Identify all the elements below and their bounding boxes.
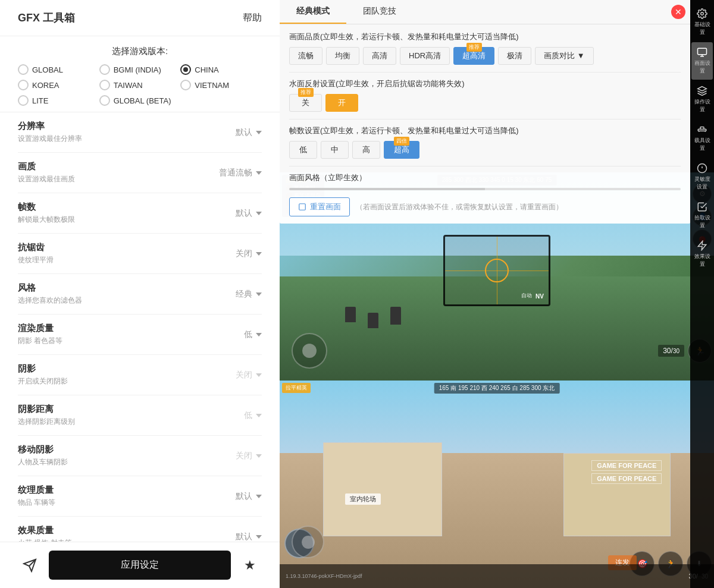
chevron-down-icon	[256, 333, 262, 337]
joystick-bottom[interactable]	[292, 526, 324, 558]
quality-label: 画面品质(立即生效，若运行卡顿、发热量和耗电量过大可适当降低)	[289, 32, 681, 42]
joystick[interactable]	[292, 333, 327, 369]
screen-settings-icon	[697, 47, 707, 58]
setting-quality-control[interactable]: 普通流畅	[219, 168, 262, 178]
apply-button[interactable]: 应用设定	[49, 551, 231, 580]
radio-lite[interactable]	[18, 95, 29, 106]
setting-shadow-dist: 阴影距离 选择阴影距离级别 低	[18, 395, 262, 436]
setting-shadow-control[interactable]: 关闭	[236, 370, 262, 381]
settings-overlay: ✕ 经典模式 团队竞技 画面品质(立即生效，若运行卡顿、发热量和耗电量过大可适当…	[280, 0, 690, 224]
basic-settings-icon	[697, 8, 707, 19]
setting-texture-control[interactable]: 默认	[236, 491, 262, 502]
ammo-total: 30	[673, 348, 679, 354]
quality-btn-smooth[interactable]: 流畅	[289, 47, 322, 65]
joystick-bottom-inner	[302, 536, 315, 549]
weapon-settings-icon	[697, 124, 707, 135]
setting-fps: 帧数 解锁最大帧数极限 默认	[18, 193, 262, 234]
sidebar-item-operation[interactable]: 操作设置	[691, 81, 713, 118]
radio-korea[interactable]	[18, 80, 29, 90]
left-panel: GFX 工具箱 帮助 选择游戏版本: GLOBAL BGMI (INDIA) C…	[0, 0, 280, 588]
setting-effect-quality: 效果质量 火花 爆炸 射击等 默认	[18, 517, 262, 542]
setting-antialiasing-control[interactable]: 关闭	[236, 249, 262, 259]
setting-moving-shadow-control[interactable]: 关闭	[236, 451, 262, 461]
setting-resolution-control[interactable]: 默认	[236, 127, 262, 138]
chevron-down-icon	[256, 252, 262, 256]
fps-btn-low[interactable]: 低	[289, 141, 317, 159]
style-slider[interactable]	[289, 188, 681, 190]
radio-china[interactable]	[180, 64, 191, 75]
logo-area: GAME FOR PEACE GAME FOR PEACE	[591, 460, 662, 484]
version-option-lite[interactable]: LITE	[18, 95, 99, 106]
version-option-taiwan[interactable]: TAIWAN	[99, 80, 181, 90]
setting-shadow-dist-control[interactable]: 低	[244, 410, 262, 421]
quality-btn-hdr[interactable]: HDR高清	[400, 47, 450, 65]
fps-btn-ultrahigh[interactable]: 四倍 超高	[384, 141, 419, 159]
radio-bgmi[interactable]	[99, 64, 110, 75]
version-option-global[interactable]: GLOBAL	[18, 64, 99, 75]
svg-rect-2	[299, 204, 306, 210]
bottom-hud: 1.19.3.10746-pokXF-HDmX-jpdf 30/ 30	[280, 564, 714, 588]
sidebar-item-sensitivity[interactable]: 灵敏度设置	[691, 158, 713, 196]
reset-note: （若画面设置后游戏体验不佳，或需恢复默认设置，请重置画面）	[356, 202, 563, 212]
sidebar-item-basic[interactable]: 基础设置	[691, 4, 713, 41]
sidebar-item-weapon[interactable]: 载具设置	[691, 120, 713, 157]
send-button[interactable]	[18, 554, 42, 577]
version-option-vietnam[interactable]: VIETNAM	[180, 80, 262, 90]
header: GFX 工具箱 帮助	[0, 0, 280, 36]
game-area: 285 300 西北 330 345 0 15 30 东北 60 75 拉平精英…	[280, 172, 714, 588]
radio-global[interactable]	[18, 64, 29, 75]
sidebar-item-screen[interactable]: 画面设置	[691, 42, 713, 80]
quality-btn-hd[interactable]: 高清	[363, 47, 396, 65]
star-button[interactable]: ★	[238, 554, 262, 577]
chevron-down-icon	[256, 212, 262, 215]
version-grid: GLOBAL BGMI (INDIA) CHINA KOREA TAIWAN	[18, 64, 262, 106]
setting-style-control[interactable]: 经典	[236, 289, 262, 300]
tab-team[interactable]: 团队竞技	[346, 0, 413, 24]
settings-content: 画面品质(立即生效，若运行卡顿、发热量和耗电量过大可适当降低) 流畅 均衡 高清…	[280, 24, 690, 224]
chevron-down-icon	[256, 131, 262, 134]
version-section: 选择游戏版本: GLOBAL BGMI (INDIA) CHINA KOREA	[0, 36, 280, 112]
scope-v-line	[497, 237, 497, 304]
fps-badge: 四倍	[394, 137, 409, 146]
reset-button[interactable]: 重置画面	[289, 197, 350, 216]
target-3	[390, 307, 401, 325]
version-option-china[interactable]: CHINA	[180, 64, 262, 75]
setting-resolution: 分辨率 设置游戏最佳分辨率 默认	[18, 112, 262, 153]
setting-texture: 纹理质量 物品 车辆等 默认	[18, 476, 262, 517]
svg-rect-7	[698, 129, 706, 131]
version-option-global-beta[interactable]: GLOBAL (BETA)	[99, 95, 262, 106]
radio-taiwan[interactable]	[99, 80, 110, 90]
quality-btn-ultrahd[interactable]: 推荐 超高清	[453, 47, 494, 65]
version-option-korea[interactable]: KOREA	[18, 80, 99, 90]
setting-render-control[interactable]: 低	[244, 329, 262, 340]
game-hud-bottom: GAME FOR PEACE GAME FOR PEACE 拉平精英 165 南…	[280, 381, 714, 589]
svg-marker-11	[698, 241, 706, 250]
setting-moving-shadow: 移动阴影 人物及车辆阴影 关闭	[18, 436, 262, 476]
svg-rect-4	[698, 48, 707, 55]
setting-fps-control[interactable]: 默认	[236, 208, 262, 219]
setting-effect-quality-control[interactable]: 默认	[236, 532, 262, 542]
version-option-bgmi[interactable]: BGMI (INDIA)	[99, 64, 181, 75]
indoor-label: 室内轮场	[345, 493, 381, 505]
setting-antialiasing: 抗锯齿 使纹理平滑 关闭	[18, 234, 262, 274]
fps-btn-mid[interactable]: 中	[321, 141, 349, 159]
quality-btn-extreme[interactable]: 极清	[498, 47, 531, 65]
radio-global-beta[interactable]	[99, 95, 110, 106]
divider3	[289, 166, 681, 166]
quality-btn-balanced[interactable]: 均衡	[326, 47, 359, 65]
sidebar-item-effect[interactable]: 效果设置	[691, 235, 713, 273]
sidebar-item-pickup[interactable]: 拾取设置	[691, 197, 713, 234]
quality-buttons: 流畅 均衡 高清 HDR高清 推荐 超高清 极清 画质对比 ▼	[289, 47, 681, 65]
app-title: GFX 工具箱	[18, 11, 75, 25]
help-link[interactable]: 帮助	[243, 12, 262, 24]
close-button[interactable]: ✕	[671, 5, 685, 19]
setting-style: 风格 选择您喜欢的滤色器 经典	[18, 274, 262, 315]
fps-label: 帧数设置(立即生效，若运行卡顿、发热量和耗电量过大可适当降低)	[289, 125, 681, 136]
radio-vietnam[interactable]	[180, 80, 191, 90]
quality-btn-compare[interactable]: 画质对比 ▼	[535, 47, 593, 65]
tab-classic[interactable]: 经典模式	[280, 0, 346, 24]
water-btn-on[interactable]: 开	[325, 94, 358, 112]
right-panel: ✕ 经典模式 团队竞技 画面品质(立即生效，若运行卡顿、发热量和耗电量过大可适当…	[280, 0, 714, 588]
chevron-down-icon	[256, 171, 262, 175]
fps-btn-high[interactable]: 高	[352, 141, 380, 159]
